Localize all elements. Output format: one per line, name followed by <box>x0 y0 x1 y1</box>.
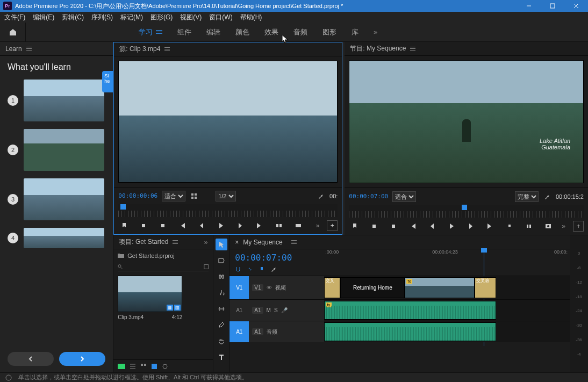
button-editor-icon[interactable]: + <box>573 221 584 232</box>
workspace-tab-learn[interactable]: 学习 <box>139 27 162 37</box>
project-search[interactable] <box>118 262 209 271</box>
button-editor-icon[interactable]: + <box>327 220 338 231</box>
project-panel-tab[interactable]: 项目: Get Started» <box>113 235 213 249</box>
workspace-tab-editing[interactable]: 编辑 <box>206 27 220 37</box>
source-patch-a1[interactable]: A1 <box>230 300 249 321</box>
go-to-in-icon[interactable] <box>407 220 419 232</box>
timeline-panel-tab[interactable]: × My Sequence <box>230 235 570 249</box>
workspace-tab-assembly[interactable]: 组件 <box>177 27 191 37</box>
linked-selection-icon[interactable] <box>247 266 253 272</box>
track-header-a1b[interactable]: A1音频 <box>249 321 324 342</box>
menu-graphics[interactable]: 图形(G) <box>150 13 173 22</box>
source-patch-a1b[interactable]: A1 <box>230 321 249 342</box>
track-select-tool[interactable] <box>216 255 227 266</box>
hand-tool[interactable] <box>216 335 227 347</box>
panel-overflow[interactable]: » <box>204 239 208 246</box>
play-icon[interactable] <box>446 220 457 232</box>
timeline-timecode[interactable]: 00:00:07:00 <box>235 253 319 263</box>
settings-icon[interactable] <box>270 266 277 272</box>
freeform-view-icon[interactable] <box>151 363 157 370</box>
program-video-frame[interactable]: Lake Atitlan Guatemala <box>349 60 584 183</box>
workspace-overflow[interactable]: » <box>374 28 377 36</box>
source-video-frame[interactable] <box>118 61 338 183</box>
menu-help[interactable]: 帮助(H) <box>240 13 262 22</box>
lift-icon[interactable] <box>504 220 515 232</box>
menu-clip[interactable]: 剪辑(C) <box>62 13 84 22</box>
step-fwd-icon[interactable] <box>234 220 246 232</box>
video-lane[interactable]: 交叉 Returning Home fx 交叉溶 <box>324 276 570 299</box>
transport-overflow[interactable]: » <box>562 222 565 230</box>
export-frame-icon[interactable] <box>542 220 554 232</box>
panel-menu-icon[interactable] <box>291 240 297 244</box>
panel-menu-icon[interactable] <box>26 47 32 51</box>
step-back-icon[interactable] <box>196 220 207 232</box>
panel-menu-icon[interactable] <box>164 47 170 51</box>
source-timecode[interactable]: 00:00:00:06 <box>118 192 157 199</box>
prev-button[interactable] <box>8 352 54 366</box>
audio-lane[interactable] <box>324 321 570 342</box>
menu-edit[interactable]: 编辑(E) <box>33 13 54 22</box>
next-button[interactable] <box>59 352 105 366</box>
lesson-item[interactable]: 4 <box>8 228 105 248</box>
step-back-icon[interactable] <box>426 220 438 232</box>
ripple-edit-tool[interactable] <box>216 271 227 283</box>
marker-icon[interactable] <box>118 220 130 232</box>
out-point-icon[interactable] <box>157 220 169 232</box>
transition-clip[interactable]: 交叉溶 <box>475 277 496 298</box>
wrench-icon[interactable] <box>543 192 551 201</box>
audio-lane[interactable]: fx <box>324 300 570 321</box>
workspace-tab-graphics[interactable]: 图形 <box>322 27 336 37</box>
home-button[interactable] <box>0 23 26 42</box>
wrench-icon[interactable] <box>317 192 325 200</box>
selection-tool[interactable] <box>216 239 227 250</box>
transition-clip[interactable]: 交叉 <box>324 277 340 298</box>
fit-select[interactable]: 适合 <box>392 191 416 202</box>
quality-select[interactable]: 完整 <box>515 191 539 202</box>
in-point-icon[interactable] <box>368 220 380 232</box>
icon-view-icon[interactable] <box>140 363 147 370</box>
panel-menu-icon[interactable] <box>173 240 178 244</box>
workspace-tab-audio[interactable]: 音频 <box>293 27 307 37</box>
learn-panel-tab[interactable]: Learn <box>0 42 113 56</box>
project-clip[interactable]: ▦▥ Clip 3.mp44:12 <box>118 276 182 320</box>
project-bin[interactable]: Get Started.prproj <box>118 253 209 259</box>
program-panel-tab[interactable]: 节目: My Sequence <box>345 42 588 56</box>
out-point-icon[interactable] <box>388 220 399 232</box>
in-point-icon[interactable] <box>138 220 149 232</box>
go-to-in-icon[interactable] <box>176 220 188 232</box>
insert-clip-icon[interactable] <box>273 220 285 232</box>
go-to-out-icon[interactable] <box>484 220 496 232</box>
audio-clip[interactable]: fx <box>324 301 496 320</box>
source-panel-tab[interactable]: 源: Clip 3.mp4 <box>114 42 342 56</box>
marker-add-icon[interactable] <box>259 266 265 272</box>
marker-icon[interactable] <box>349 220 361 232</box>
step-fwd-icon[interactable] <box>465 220 477 232</box>
workspace-tab-libraries[interactable]: 库 <box>352 27 358 37</box>
overwrite-clip-icon[interactable] <box>292 220 304 232</box>
go-to-out-icon[interactable] <box>254 220 266 232</box>
close-button[interactable] <box>564 0 588 12</box>
workspace-tab-color[interactable]: 颜色 <box>235 27 249 37</box>
transport-overflow[interactable]: » <box>316 222 320 229</box>
razor-tool[interactable] <box>216 287 227 299</box>
grid-icon[interactable] <box>190 192 198 200</box>
play-icon[interactable] <box>215 220 227 232</box>
timeline-ruler[interactable]: :00:00 00:00:04:23 00:00: <box>324 249 570 259</box>
program-timecode[interactable]: 00:00:07:00 <box>349 193 388 200</box>
list-view-icon[interactable] <box>130 363 136 370</box>
title-clip[interactable]: Returning Home <box>340 277 405 298</box>
lesson-item[interactable]: 2 <box>8 129 105 171</box>
menu-view[interactable]: 视图(V) <box>180 13 202 22</box>
lesson-item[interactable]: 3 <box>8 178 105 220</box>
maximize-button[interactable] <box>541 0 564 12</box>
workspace-tab-effects[interactable]: 效果 <box>264 27 278 37</box>
hamburger-icon[interactable] <box>156 30 162 34</box>
track-header-v1[interactable]: V1👁视频 <box>249 276 324 299</box>
search-input[interactable] <box>126 263 200 270</box>
hint-pill[interactable]: St he <box>102 71 113 92</box>
minimize-button[interactable] <box>517 0 541 12</box>
type-tool[interactable] <box>216 351 227 363</box>
resolution-select[interactable]: 1/2 <box>216 191 236 201</box>
menu-sequence[interactable]: 序列(S) <box>91 13 113 22</box>
menu-marker[interactable]: 标记(M) <box>120 13 143 22</box>
